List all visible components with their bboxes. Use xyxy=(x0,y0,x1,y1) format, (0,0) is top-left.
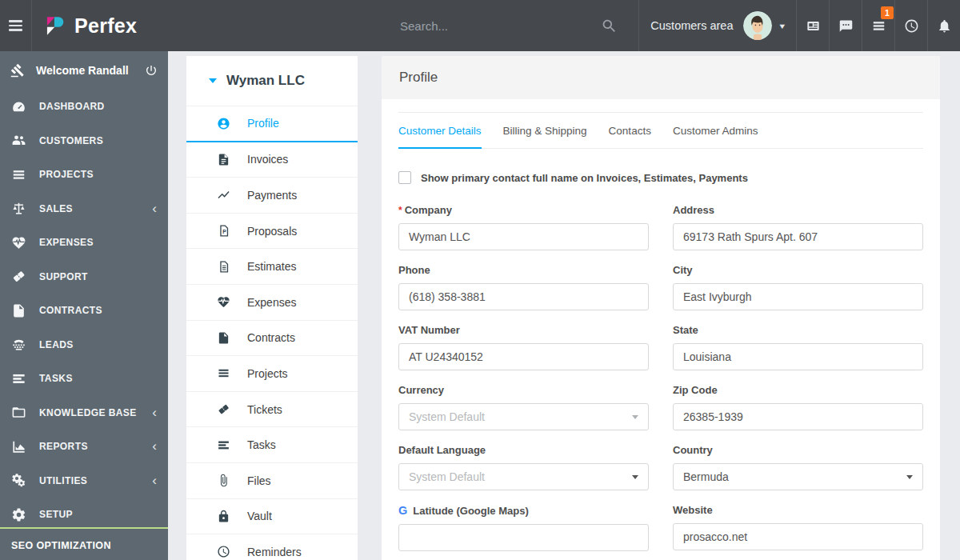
tab-customer-details[interactable]: Customer Details xyxy=(398,113,482,148)
app-logo[interactable]: Perfex xyxy=(32,0,137,51)
svg-text:P: P xyxy=(222,229,226,234)
customer-menu-item-label: Proposals xyxy=(247,225,297,238)
customer-menu-item-tickets[interactable]: Tickets xyxy=(186,392,358,428)
search-icon[interactable] xyxy=(601,18,618,34)
sidebar-welcome: Welcome Randall xyxy=(0,56,168,85)
vault-icon xyxy=(217,510,230,523)
show-primary-contact-checkbox[interactable] xyxy=(398,171,411,184)
setup-icon xyxy=(11,507,26,522)
sidebar-item-seo-optimization[interactable]: SEO OPTIMIZATION xyxy=(0,529,168,560)
tab-contacts[interactable]: Contacts xyxy=(609,113,651,148)
field-label-latitude-google-maps: GLatitude (Google Maps) xyxy=(398,504,649,517)
sales-icon xyxy=(11,201,26,216)
sidebar-item-projects[interactable]: PROJECTS xyxy=(0,158,168,192)
field-label-website: Website xyxy=(673,504,923,516)
field-label-address: Address xyxy=(673,204,923,216)
field-default-language: Default LanguageSystem Default xyxy=(398,444,649,490)
customer-menu-item-expenses[interactable]: Expenses xyxy=(186,285,358,321)
field-label-zip-code: Zip Code xyxy=(673,384,923,396)
customer-menu-item-payments[interactable]: Payments xyxy=(186,178,358,214)
field-address: Address xyxy=(673,204,923,250)
page-header: Profile xyxy=(382,56,940,99)
power-icon[interactable] xyxy=(145,64,158,77)
menu-button[interactable]: 1 xyxy=(862,0,894,51)
website-input[interactable] xyxy=(673,523,923,550)
customer-menu-item-label: Tickets xyxy=(247,403,282,416)
field-phone: Phone xyxy=(398,264,649,310)
zip-code-input[interactable] xyxy=(673,403,923,430)
sidebar-item-reports[interactable]: REPORTS‹ xyxy=(0,430,168,464)
avatar[interactable] xyxy=(743,11,772,40)
menu-icon xyxy=(871,18,886,34)
notification-badge: 1 xyxy=(881,6,894,19)
chevron-down-icon xyxy=(632,475,638,479)
currency-select[interactable]: System Default xyxy=(398,403,649,430)
customer-menu-item-label: Vault xyxy=(247,510,272,522)
field-label-vat-number: VAT Number xyxy=(398,324,649,336)
customer-menu-item-reminders[interactable]: Reminders xyxy=(186,534,358,560)
customer-menu-item-invoices[interactable]: Invoices xyxy=(186,142,358,178)
customer-menu-item-contracts[interactable]: Contracts xyxy=(186,321,358,357)
bell-button[interactable] xyxy=(927,0,960,51)
customer-menu-item-files[interactable]: Files xyxy=(186,463,358,499)
sidebar-item-utilities[interactable]: UTILITIES‹ xyxy=(0,464,168,498)
sidebar-item-dashboard[interactable]: DASHBOARD xyxy=(0,90,168,124)
sidebar-item-label: TASKS xyxy=(39,373,73,384)
customers-area-menu[interactable]: Customers area ▾ xyxy=(638,0,796,51)
customer-menu-item-label: Estimates xyxy=(247,260,296,273)
chevron-down-icon xyxy=(906,475,913,479)
newspaper-icon xyxy=(806,18,821,34)
tab-billing-shipping[interactable]: Billing & Shipping xyxy=(503,113,587,148)
state-input[interactable] xyxy=(673,343,923,370)
tab-customer-admins[interactable]: Customer Admins xyxy=(673,113,758,148)
customer-menu-item-proposals[interactable]: PProposals xyxy=(186,214,358,250)
estimates-icon xyxy=(217,260,230,274)
vat-number-input[interactable] xyxy=(398,343,649,370)
field-city: City xyxy=(673,264,923,310)
hamburger-menu-icon[interactable] xyxy=(0,0,32,51)
city-input[interactable] xyxy=(673,283,923,310)
field-currency: CurrencySystem Default xyxy=(398,384,649,430)
field-label-city: City xyxy=(673,264,923,276)
avatar-image xyxy=(743,11,772,40)
sidebar-item-leads[interactable]: LEADS xyxy=(0,328,168,362)
company-input[interactable] xyxy=(398,223,649,250)
chat-button[interactable] xyxy=(829,0,862,51)
country-select[interactable]: Bermuda xyxy=(673,463,923,490)
newspaper-button[interactable] xyxy=(796,0,829,51)
bell-icon xyxy=(937,18,952,34)
default-language-select[interactable]: System Default xyxy=(398,463,649,490)
customer-menu-item-profile[interactable]: Profile xyxy=(186,106,358,142)
top-navbar: Perfex Customers area ▾ 1 xyxy=(0,0,960,51)
address-input[interactable] xyxy=(673,223,923,250)
sidebar-item-tasks[interactable]: TASKS xyxy=(0,362,168,396)
sidebar-item-expenses[interactable]: EXPENSES xyxy=(0,226,168,260)
customer-name-toggle[interactable]: Wyman LLC xyxy=(186,56,358,106)
sidebar-item-support[interactable]: SUPPORT xyxy=(0,260,168,294)
power-icon xyxy=(145,64,158,77)
customer-menu-item-tasks[interactable]: Tasks xyxy=(186,427,358,463)
clock-icon xyxy=(904,18,919,34)
search-input[interactable] xyxy=(400,19,560,33)
customer-name: Wyman LLC xyxy=(226,73,305,89)
customer-menu-item-label: Files xyxy=(247,474,271,487)
clock-button[interactable] xyxy=(894,0,927,51)
knowledge-base-icon xyxy=(11,405,26,420)
sidebar-item-knowledge-base[interactable]: KNOWLEDGE BASE‹ xyxy=(0,396,168,430)
sidebar-item-sales[interactable]: SALES‹ xyxy=(0,192,168,226)
sidebar-item-contracts[interactable]: CONTRACTS xyxy=(0,294,168,328)
sidebar-menu: DASHBOARDCUSTOMERSPROJECTSSALES‹EXPENSES… xyxy=(0,90,168,532)
customer-menu-item-estimates[interactable]: Estimates xyxy=(186,249,358,285)
field-label-default-language: Default Language xyxy=(398,444,649,456)
latitude-google-maps-input[interactable] xyxy=(398,524,649,551)
field-company: *Company xyxy=(398,204,649,250)
customer-menu-item-projects[interactable]: Projects xyxy=(186,356,358,392)
sidebar-item-label: CONTRACTS xyxy=(39,305,102,316)
sidebar-item-label: LEADS xyxy=(39,339,74,350)
invoices-icon xyxy=(217,153,230,166)
sidebar-item-customers[interactable]: CUSTOMERS xyxy=(0,124,168,158)
tasks-icon xyxy=(11,371,26,386)
sidebar-item-label: PROJECTS xyxy=(39,169,94,180)
customer-menu-item-vault[interactable]: Vault xyxy=(186,499,358,535)
phone-input[interactable] xyxy=(398,283,649,310)
